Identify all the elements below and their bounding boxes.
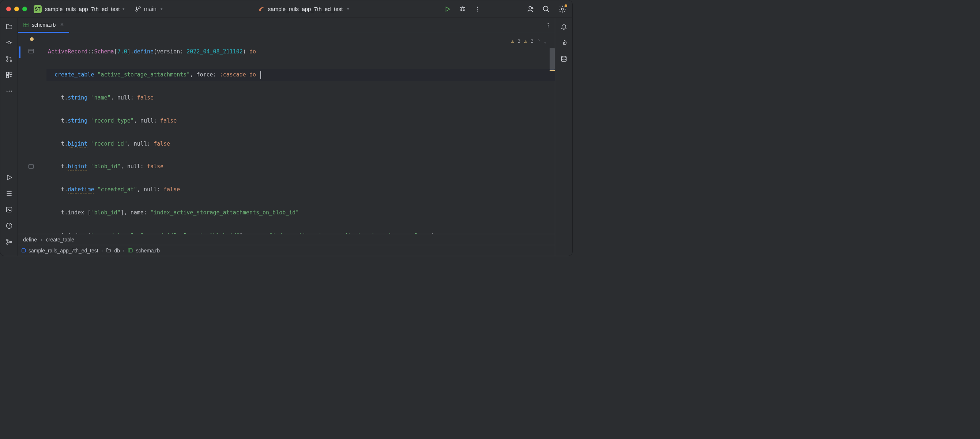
project-name[interactable]: sample_rails_app_7th_ed_test [45, 6, 119, 12]
more-horiz-icon [5, 88, 13, 95]
toolbar-actions [444, 5, 566, 13]
svg-rect-24 [29, 49, 33, 53]
nav-bar: sample_rails_app_7th_ed_test › db › sche… [18, 245, 555, 256]
rails-icon [258, 5, 265, 13]
person-add-icon [526, 5, 534, 13]
list-icon [5, 190, 13, 197]
svg-point-22 [548, 25, 549, 26]
vcs-tool-button[interactable] [5, 238, 14, 246]
structure-tool-button[interactable] [5, 70, 14, 80]
gutter [18, 33, 46, 234]
tab-filename: schema.rb [32, 22, 56, 28]
settings-button[interactable] [558, 5, 566, 13]
svg-point-1 [477, 8, 478, 10]
code-with-me-button[interactable] [526, 5, 534, 13]
titlebar: ST sample_rails_app_7th_ed_test ▾ main ▾… [0, 0, 572, 18]
project-badge: ST [33, 5, 42, 13]
tab-options-button[interactable] [545, 22, 551, 30]
play-icon [5, 174, 13, 181]
notifications-button[interactable] [560, 22, 568, 31]
run-tool-button[interactable] [5, 173, 14, 182]
change-marker[interactable] [19, 46, 21, 58]
run-target[interactable]: sample_rails_app_7th_ed_test ▾ [163, 5, 444, 13]
svg-rect-25 [29, 164, 33, 169]
problems-tool-button[interactable] [5, 221, 14, 230]
svg-point-27 [561, 56, 566, 58]
chevron-down-icon[interactable]: ▾ [123, 6, 125, 11]
breadcrumb-create-table[interactable]: create_table [46, 237, 74, 243]
code-content[interactable]: ActiveRecord::Schema[7.0].define(version… [46, 33, 555, 234]
more-actions-button[interactable] [474, 6, 481, 13]
pull-requests-button[interactable] [5, 54, 14, 63]
branch-icon [135, 6, 141, 12]
svg-rect-9 [6, 72, 8, 75]
svg-point-0 [477, 6, 478, 8]
ai-assistant-button[interactable] [560, 38, 568, 47]
table-icon [23, 22, 29, 28]
svg-point-18 [10, 241, 11, 243]
code-breadcrumbs[interactable]: define › create_table [18, 234, 555, 245]
minimize-window-button[interactable] [14, 6, 19, 11]
collapse-icon[interactable] [28, 163, 34, 171]
svg-point-17 [6, 239, 8, 241]
folder-icon [5, 23, 13, 30]
inspections-widget[interactable]: ⚠3 ⚠3 ⌃ ⌄ [510, 35, 548, 48]
prev-highlight-button[interactable]: ⌃ [537, 35, 540, 47]
database-tool-button[interactable] [560, 54, 568, 63]
terminal-tool-button[interactable] [5, 205, 14, 214]
nav-dir[interactable]: db [114, 247, 120, 254]
right-tool-rail [555, 18, 572, 256]
bug-icon [459, 5, 466, 13]
warning-icon [5, 222, 13, 229]
bell-icon [560, 23, 568, 30]
editor-tabs: schema.rb × [18, 18, 555, 33]
close-tab-button[interactable]: × [60, 21, 64, 29]
project-tool-button[interactable] [5, 22, 14, 31]
svg-rect-20 [24, 23, 28, 27]
chevron-down-icon: ▾ [347, 6, 349, 11]
svg-point-2 [477, 10, 478, 11]
svg-point-4 [561, 8, 563, 10]
search-button[interactable] [542, 5, 550, 13]
svg-point-8 [10, 60, 11, 61]
window-controls [6, 6, 27, 11]
nav-file[interactable]: schema.rb [136, 247, 160, 254]
text-caret [260, 71, 261, 79]
terminal-icon [5, 206, 13, 213]
warning-icon: ⚠ [511, 35, 514, 47]
scrollbar-marker[interactable] [550, 70, 555, 71]
svg-point-13 [8, 91, 10, 92]
debug-button[interactable] [459, 5, 466, 13]
inspection-marker[interactable] [30, 37, 33, 41]
todo-tool-button[interactable] [5, 189, 14, 198]
chevron-right-icon: › [101, 247, 103, 254]
database-icon [560, 55, 568, 62]
structure-icon [5, 71, 13, 79]
folder-icon [106, 247, 111, 253]
code-editor[interactable]: ActiveRecord::Schema[7.0].define(version… [18, 33, 555, 234]
run-button[interactable] [444, 6, 451, 13]
nav-root[interactable]: sample_rails_app_7th_ed_test [29, 247, 99, 254]
svg-rect-11 [6, 76, 8, 78]
pull-request-icon [5, 55, 13, 62]
next-highlight-button[interactable]: ⌄ [544, 35, 547, 47]
close-window-button[interactable] [6, 6, 11, 11]
svg-rect-15 [6, 207, 12, 212]
commit-tool-button[interactable] [5, 38, 14, 47]
vcs-branch-picker[interactable]: main ▾ [135, 6, 163, 13]
run-target-name: sample_rails_app_7th_ed_test [268, 6, 343, 12]
warning-count-1: 3 [518, 35, 521, 47]
play-icon [444, 6, 451, 13]
branch-name: main [144, 6, 156, 13]
spiral-icon [560, 39, 568, 46]
maximize-window-button[interactable] [22, 6, 27, 11]
scrollbar-thumb[interactable] [550, 48, 555, 70]
warning-count-2: 3 [531, 35, 534, 47]
collapse-icon[interactable] [28, 48, 34, 56]
chevron-right-icon: › [123, 247, 125, 254]
more-tools-button[interactable] [5, 87, 14, 96]
gear-icon [558, 5, 566, 13]
editor-tab-schema[interactable]: schema.rb × [18, 18, 69, 33]
chevron-right-icon: › [41, 237, 42, 243]
breadcrumb-define[interactable]: define [23, 237, 37, 243]
